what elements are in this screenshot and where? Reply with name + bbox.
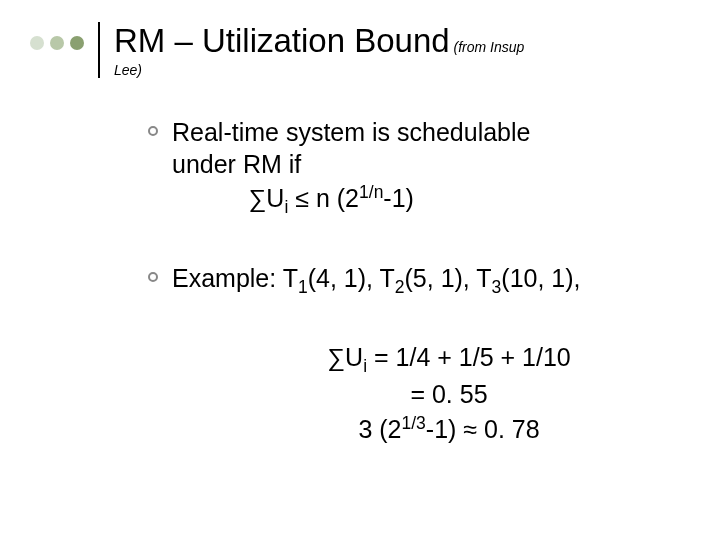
title-block: RM – Utilization Bound (from Insup Lee) xyxy=(114,22,690,78)
result-line: = 0. 55 xyxy=(208,378,690,412)
subscript: 2 xyxy=(395,277,405,297)
result-line: ∑Ui = 1/4 + 1/5 + 1/10 xyxy=(208,341,690,379)
bullet-icon xyxy=(148,126,158,136)
bullet-icon xyxy=(148,272,158,282)
slide-header: RM – Utilization Bound (from Insup Lee) xyxy=(30,22,690,78)
example-text: (5, 1), T xyxy=(405,264,492,292)
result-block: ∑Ui = 1/4 + 1/5 + 1/10 = 0. 55 3 (21/3-1… xyxy=(208,341,690,447)
title-attribution: (from Insup xyxy=(450,39,525,55)
title-attribution-line2: Lee) xyxy=(114,62,690,78)
bullet-text: Real-time system is schedulable under RM… xyxy=(172,116,530,220)
dot-icon xyxy=(30,36,44,50)
formula-superscript: 1/n xyxy=(359,182,383,202)
dot-icon xyxy=(70,36,84,50)
formula-part: ∑U xyxy=(249,184,285,212)
subscript: 3 xyxy=(492,277,502,297)
bullet-item: Real-time system is schedulable under RM… xyxy=(148,116,690,220)
superscript: 1/3 xyxy=(401,413,425,433)
result-part: 3 (2 xyxy=(358,415,401,443)
formula: ∑Ui ≤ n (21/n-1) xyxy=(132,181,530,220)
result-part: = 1/4 + 1/5 + 1/10 xyxy=(367,343,571,371)
slide-title: RM – Utilization Bound xyxy=(114,22,450,59)
example-text: Example: T xyxy=(172,264,298,292)
vertical-divider xyxy=(98,22,100,78)
subscript: 1 xyxy=(298,277,308,297)
formula-part: -1) xyxy=(383,184,414,212)
slide-content: Real-time system is schedulable under RM… xyxy=(148,116,690,447)
dot-icon xyxy=(50,36,64,50)
bullet-line: Real-time system is schedulable xyxy=(172,118,530,146)
decorative-dots xyxy=(30,36,84,50)
bullet-item: Example: T1(4, 1), T2(5, 1), T3(10, 1), xyxy=(148,262,690,299)
slide: RM – Utilization Bound (from Insup Lee) … xyxy=(0,0,720,540)
result-line: 3 (21/3-1) ≈ 0. 78 xyxy=(208,412,690,447)
example-text: (10, 1), xyxy=(501,264,580,292)
bullet-line: under RM if xyxy=(172,150,301,178)
result-part: -1) ≈ 0. 78 xyxy=(426,415,540,443)
formula-part: ≤ n (2 xyxy=(288,184,359,212)
example-text: (4, 1), T xyxy=(308,264,395,292)
bullet-text: Example: T1(4, 1), T2(5, 1), T3(10, 1), xyxy=(172,262,581,299)
result-part: ∑U xyxy=(327,343,363,371)
